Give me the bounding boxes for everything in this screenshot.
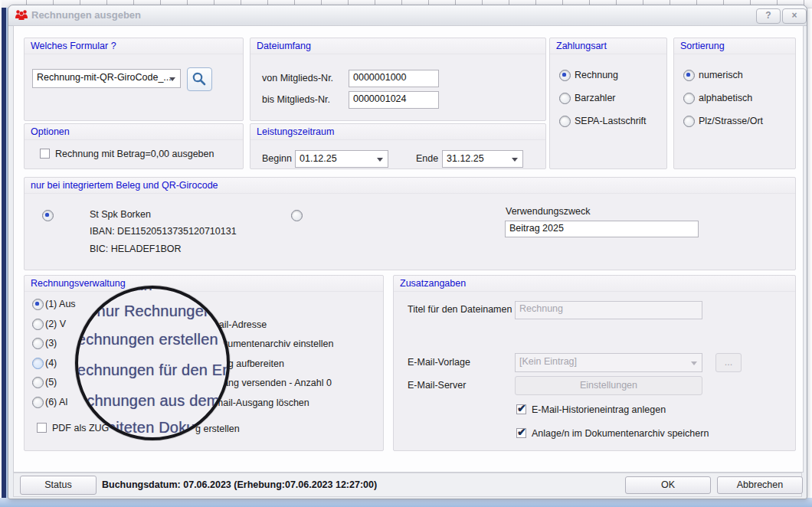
- checkbox-anlage-archiv[interactable]: [516, 428, 526, 438]
- email-server-label: E-Mail-Server: [408, 380, 466, 391]
- status-button[interactable]: Status: [20, 476, 97, 495]
- magnified-text: rechnungen für den Em: [75, 361, 230, 379]
- vorlage-browse-button: ...: [715, 353, 742, 372]
- checkbox-pdf-zugferd-label[interactable]: PDF als ZUG: [52, 423, 109, 433]
- beginn-value: 01.12.25: [300, 153, 337, 164]
- group-title: Dateiumfang: [257, 41, 311, 51]
- radio-rechnung-label[interactable]: Rechnung: [575, 70, 618, 80]
- chevron-down-icon: [377, 158, 383, 162]
- group-sortierung: Sortierung numerisch alphabetisch Plz/St…: [673, 38, 796, 169]
- chevron-down-icon: [512, 158, 518, 162]
- group-optionen: Optionen Rechnung mit Betrag=0,00 ausgeb…: [24, 123, 244, 169]
- chevron-down-icon: [169, 77, 175, 81]
- radio-sepa-label[interactable]: SEPA-Lastschrift: [575, 116, 647, 126]
- radio-option-3-label[interactable]: (3): [45, 338, 57, 348]
- buchungsdatum-text: Buchungsdatum: 07.06.2023 (Erhebung:07.0…: [102, 479, 377, 490]
- radio-alphabetisch-label[interactable]: alphabetisch: [699, 93, 752, 103]
- checkbox-pdf-zugferd[interactable]: [37, 423, 47, 433]
- email-vorlage-label: E-Mail-Vorlage: [408, 357, 470, 368]
- group-title: Zahlungsart: [556, 41, 607, 51]
- radio-sepa[interactable]: [559, 116, 571, 127]
- radio-numerisch[interactable]: [683, 70, 695, 81]
- group-title: nur bei integriertem Beleg und QR-Giroco…: [31, 180, 218, 191]
- group-zahlungsart: Zahlungsart Rechnung Barzahler SEPA-Last…: [549, 38, 667, 169]
- magnified-text: eiteten Doku: [107, 419, 195, 437]
- dialog-rechnungen-ausgeben: Rechnungen ausgeben ? × Welches Formular…: [8, 5, 807, 499]
- bis-mitglieds-label: bis Mitglieds-Nr.: [262, 94, 330, 105]
- checkbox-betrag-null[interactable]: [40, 149, 50, 159]
- group-title: Leistungszeitraum: [257, 126, 334, 137]
- group-qr-girocode: nur bei integriertem Beleg und QR-Giroco…: [24, 177, 796, 270]
- group-zusatzangaben: Zusatzangaben Titel für den Dateinamen R…: [393, 275, 796, 451]
- magnified-text: rechnungen erstellen u: [75, 331, 230, 348]
- radio-rechnung[interactable]: [559, 70, 571, 81]
- chevron-down-icon: [691, 361, 697, 365]
- radio-option-4[interactable]: [32, 358, 44, 369]
- radio-barzahler[interactable]: [559, 93, 571, 104]
- bank-name: St Spk Borken: [90, 209, 151, 220]
- ende-value: 31.12.25: [447, 153, 484, 164]
- checkbox-pdf-zugferd-label-right[interactable]: g erstellen: [195, 424, 240, 434]
- group-rechnungsverwaltung: Rechnungsverwaltung (1) Aus (2) V Email-…: [24, 275, 384, 451]
- cancel-button[interactable]: Abbrechen: [717, 476, 803, 494]
- beginn-label: Beginn: [262, 153, 292, 164]
- radio-option-3-label-right[interactable]: Dokumentenarchiv einstellen: [211, 339, 334, 349]
- radio-option-6-label[interactable]: (6) Al: [45, 397, 67, 407]
- group-title: Sortierung: [680, 41, 725, 51]
- einstellungen-button: Einstellungen: [515, 376, 702, 395]
- ok-button[interactable]: OK: [625, 476, 711, 494]
- radio-option-4-label[interactable]: (4): [45, 358, 57, 368]
- radio-option-2-label[interactable]: (2) V: [45, 319, 66, 329]
- radio-plz-label[interactable]: Plz/Strasse/Ort: [699, 116, 763, 126]
- von-mitglieds-label: von Mitglieds-Nr.: [262, 73, 333, 83]
- radio-option-1-label[interactable]: (1) Aus: [45, 299, 76, 309]
- group-title: Rechnungsverwaltung: [31, 278, 126, 289]
- search-icon: [192, 71, 207, 87]
- radio-bank-2[interactable]: [291, 210, 303, 221]
- radio-option-5-label[interactable]: (5): [45, 377, 57, 388]
- help-button[interactable]: ?: [756, 8, 781, 24]
- group-welches-formular: Welches Formular ? Rechnung-mit-QR-GiroC…: [24, 38, 244, 121]
- checkbox-betrag-null-label[interactable]: Rechnung mit Betrag=0,00 ausgeben: [55, 149, 214, 159]
- radio-barzahler-label[interactable]: Barzahler: [575, 93, 616, 103]
- radio-option-6[interactable]: [32, 397, 44, 408]
- group-title: Welches Formular ?: [31, 41, 116, 51]
- von-mitglieds-input[interactable]: 0000001000: [349, 70, 439, 87]
- formular-combobox[interactable]: Rechnung-mit-QR-GiroCode_...: [32, 69, 181, 88]
- checkbox-anlage-archiv-label[interactable]: Anlage/n im Dokumentenarchiv speichern: [532, 428, 709, 439]
- checkbox-email-historie[interactable]: [516, 404, 526, 414]
- group-title: Optionen: [31, 126, 70, 137]
- checkbox-email-historie-label[interactable]: E-Mail-Historieneintrag anlegen: [532, 404, 666, 415]
- radio-option-1[interactable]: [32, 299, 44, 310]
- group-leistungszeitraum: Leistungszeitraum Beginn 01.12.25 Ende 3…: [250, 123, 546, 169]
- bis-mitglieds-input[interactable]: 0000001024: [349, 91, 439, 109]
- beginn-combobox[interactable]: 01.12.25: [295, 150, 388, 168]
- people-icon: [15, 9, 28, 21]
- formular-search-button[interactable]: [187, 67, 212, 91]
- radio-alphabetisch[interactable]: [683, 93, 695, 104]
- radio-bank-1[interactable]: [42, 210, 54, 221]
- radio-numerisch-label[interactable]: numerisch: [699, 70, 743, 80]
- email-vorlage-combobox: [Kein Eintrag]: [515, 353, 702, 372]
- title-bar[interactable]: Rechnungen ausgeben ? ×: [8, 5, 807, 26]
- titel-dateiname-input: Rechnung: [515, 301, 702, 319]
- window-title: Rechnungen ausgeben: [31, 9, 141, 21]
- group-dateiumfang: Dateiumfang von Mitglieds-Nr. 0000001000…: [250, 38, 546, 121]
- magnified-text: - nur Rechnungen: [87, 303, 212, 320]
- radio-option-5[interactable]: [32, 377, 44, 388]
- close-button[interactable]: ×: [782, 8, 807, 24]
- radio-plz[interactable]: [683, 116, 695, 127]
- titel-dateiname-label: Titel für den Dateinamen: [408, 304, 512, 315]
- magnified-text: echnungen aus dem E: [78, 392, 230, 410]
- verwendungszweck-label: Verwendungszweck: [506, 206, 590, 217]
- radio-option-2[interactable]: [32, 319, 44, 330]
- verwendungszweck-input[interactable]: Beitrag 2025: [505, 221, 699, 237]
- magnifier-overlay: echnun - nur Rechnungen rechnungen erste…: [75, 286, 230, 440]
- screen: Rechnungen ausgeben ? × Welches Formular…: [0, 0, 812, 507]
- ende-combobox[interactable]: 31.12.25: [442, 150, 523, 168]
- formular-combobox-value: Rechnung-mit-QR-GiroCode_...: [37, 72, 172, 83]
- radio-option-3[interactable]: [32, 338, 44, 349]
- ende-label: Ende: [416, 153, 438, 164]
- email-vorlage-value: [Kein Eintrag]: [519, 356, 577, 367]
- bank-iban: IBAN: DE11520513735120710131: [90, 226, 237, 237]
